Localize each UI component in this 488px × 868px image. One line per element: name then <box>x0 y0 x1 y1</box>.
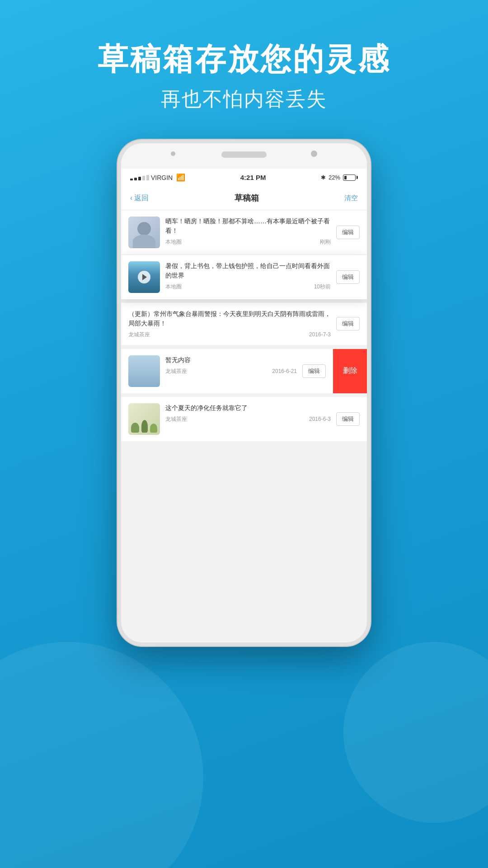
draft-thumb-4 <box>128 355 160 387</box>
draft-thumb-5 <box>128 403 160 435</box>
draft-item-3: （更新）常州市气象台暴雨警报：今天夜里到明天白天阴有阵雨或雷雨，局部大暴雨！ 龙… <box>121 303 367 345</box>
edit-button-5[interactable]: 编辑 <box>336 412 360 426</box>
phone-front-camera <box>171 151 175 156</box>
signal-bar-2 <box>134 178 137 180</box>
battery-tip <box>357 176 358 179</box>
edit-button-2[interactable]: 编辑 <box>336 270 360 284</box>
plant-3 <box>150 424 157 433</box>
status-left: VIRGIN 📶 <box>130 173 185 182</box>
draft-time-5: 2016-6-3 <box>309 416 331 422</box>
nav-bar: ‹ 返回 草稿箱 清空 <box>121 187 367 210</box>
draft-text-5: 这个夏天的净化任务就靠它了 <box>165 403 331 413</box>
draft-time-3: 2016-7-3 <box>309 331 331 338</box>
phone-wrapper: VIRGIN 📶 4:21 PM ✱ 22% ‹ 返回 草稿箱 <box>0 135 488 646</box>
phone-camera-dot <box>311 151 317 157</box>
draft-item-2: 暑假，背上书包，带上钱包护照，给自己一点时间看看外面的世界 本地圈 10秒前 编… <box>121 255 367 299</box>
thumbnail-plants <box>128 403 160 435</box>
battery-indicator <box>343 175 358 181</box>
draft-body-4: 暂无内容 龙城茶座 2016-6-21 <box>165 355 297 375</box>
signal-bars <box>130 175 149 180</box>
phone-mockup: VIRGIN 📶 4:21 PM ✱ 22% ‹ 返回 草稿箱 <box>117 140 371 646</box>
draft-circle-1: 本地圈 <box>165 238 182 246</box>
edit-button-4[interactable]: 编辑 <box>302 364 326 378</box>
draft-circle-2: 本地圈 <box>165 283 182 291</box>
draft-meta-4: 龙城茶座 2016-6-21 <box>165 368 297 375</box>
wifi-icon: 📶 <box>176 173 185 182</box>
hero-section: 草稿箱存放您的灵感 再也不怕内容丢失 <box>0 0 488 135</box>
draft-meta-3: 龙城茶座 2016-7-3 <box>128 331 331 339</box>
draft-time-2: 10秒前 <box>314 283 331 291</box>
play-triangle-icon <box>142 274 147 280</box>
nav-back-button[interactable]: ‹ 返回 <box>130 193 149 203</box>
draft-list: 晒车！晒房！晒脸！那都不算啥……有本事最近晒个被子看看！ 本地圈 刚刚 编辑 <box>121 210 367 642</box>
draft-text-3: （更新）常州市气象台暴雨警报：今天夜里到明天白天阴有阵雨或雷雨，局部大暴雨！ <box>128 309 331 328</box>
section-divider-3 <box>121 393 367 397</box>
battery-body <box>343 175 356 181</box>
draft-meta-5: 龙城茶座 2016-6-3 <box>165 415 331 423</box>
nav-back-label: 返回 <box>134 193 149 203</box>
signal-bar-5 <box>146 175 149 180</box>
draft-body-2: 暑假，背上书包，带上钱包护照，给自己一点时间看看外面的世界 本地圈 10秒前 <box>165 261 331 291</box>
hero-title: 草稿箱存放您的灵感 <box>0 41 488 78</box>
draft-text-2: 暑假，背上书包，带上钱包护照，给自己一点时间看看外面的世界 <box>165 261 331 280</box>
signal-bar-1 <box>130 179 133 180</box>
thumbnail-child <box>128 217 160 248</box>
draft-item-5: 这个夏天的净化任务就靠它了 龙城茶座 2016-6-3 编辑 <box>121 397 367 441</box>
carrier-name: VIRGIN <box>151 174 173 181</box>
status-time: 4:21 PM <box>240 174 266 181</box>
edit-button-1[interactable]: 编辑 <box>336 226 360 239</box>
thumbnail-ocean <box>128 261 160 293</box>
nav-title: 草稿箱 <box>235 193 259 203</box>
bluetooth-icon: ✱ <box>321 174 326 181</box>
draft-time-4: 2016-6-21 <box>272 368 297 374</box>
draft-circle-3: 龙城茶座 <box>128 331 150 339</box>
plant-2 <box>141 420 148 433</box>
signal-bar-4 <box>142 176 145 180</box>
draft-thumb-2 <box>128 261 160 293</box>
draft-body-5: 这个夏天的净化任务就靠它了 龙城茶座 2016-6-3 <box>165 403 331 423</box>
draft-body-1: 晒车！晒房！晒脸！那都不算啥……有本事最近晒个被子看看！ 本地圈 刚刚 <box>165 217 331 246</box>
video-play-button[interactable] <box>138 271 150 283</box>
back-chevron-icon: ‹ <box>130 194 132 202</box>
thumbnail-person <box>128 355 160 387</box>
bg-decoration-2 <box>343 642 488 823</box>
hero-subtitle: 再也不怕内容丢失 <box>0 86 488 113</box>
battery-fill <box>344 176 347 179</box>
battery-percent: 22% <box>328 174 340 181</box>
bg-decoration-1 <box>0 642 203 868</box>
plant-1 <box>131 423 139 433</box>
draft-text-4: 暂无内容 <box>165 355 297 365</box>
draft-body-3: （更新）常州市气象台暴雨警报：今天夜里到明天白天阴有阵雨或雷雨，局部大暴雨！ 龙… <box>128 309 331 339</box>
phone-top <box>121 143 367 169</box>
draft-item-4-content: 暂无内容 龙城茶座 2016-6-21 编辑 <box>121 349 333 393</box>
draft-time-1: 刚刚 <box>320 238 331 246</box>
draft-item-1: 晒车！晒房！晒脸！那都不算啥……有本事最近晒个被子看看！ 本地圈 刚刚 编辑 <box>121 210 367 255</box>
section-divider-2 <box>121 345 367 349</box>
signal-bar-3 <box>138 177 141 180</box>
draft-meta-2: 本地圈 10秒前 <box>165 283 331 291</box>
draft-circle-5: 龙城茶座 <box>165 415 187 423</box>
status-bar: VIRGIN 📶 4:21 PM ✱ 22% <box>121 169 367 187</box>
phone-speaker <box>221 151 267 158</box>
delete-button-4[interactable]: 删除 <box>333 349 367 393</box>
draft-circle-4: 龙城茶座 <box>165 368 187 375</box>
nav-clear-button[interactable]: 清空 <box>344 194 358 203</box>
draft-text-1: 晒车！晒房！晒脸！那都不算啥……有本事最近晒个被子看看！ <box>165 217 331 236</box>
status-right: ✱ 22% <box>321 174 358 181</box>
draft-meta-1: 本地圈 刚刚 <box>165 238 331 246</box>
section-divider <box>121 299 367 303</box>
edit-button-3[interactable]: 编辑 <box>336 317 360 330</box>
draft-item-4: 暂无内容 龙城茶座 2016-6-21 编辑 删除 <box>121 349 367 393</box>
draft-thumb-1 <box>128 217 160 248</box>
